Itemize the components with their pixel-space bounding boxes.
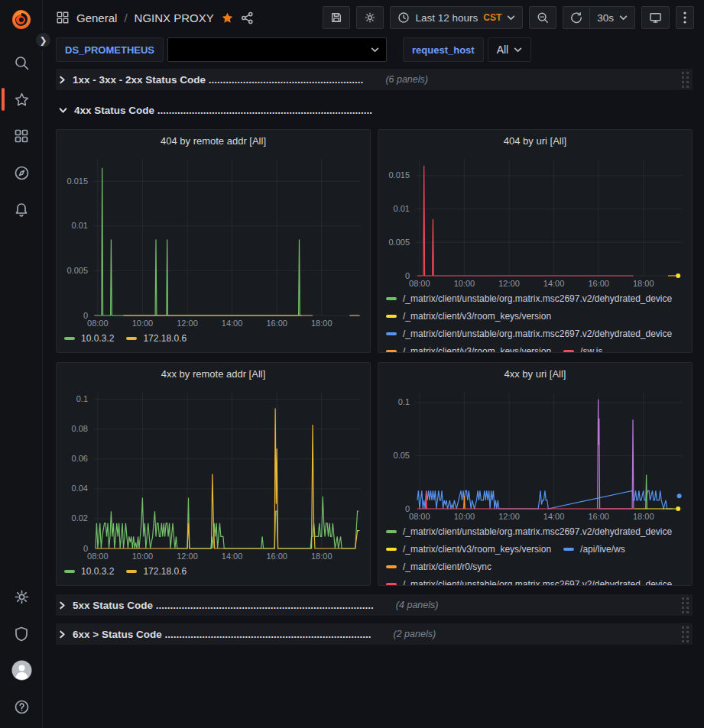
host-variable-value: All	[497, 44, 509, 56]
time-range-picker[interactable]: Last 12 hours CST	[390, 6, 523, 29]
legend-label: /api/live/ws	[580, 544, 625, 555]
save-dashboard-button[interactable]	[323, 6, 350, 29]
legend-label: 172.18.0.6	[143, 566, 187, 577]
legend-item[interactable]: /_matrix/client/unstable/org.matrix.msc2…	[386, 290, 672, 307]
chevron-right-icon	[59, 601, 66, 610]
legend-item[interactable]: 10.0.3.2	[64, 562, 114, 580]
svg-text:10:00: 10:00	[454, 512, 475, 521]
refresh-interval-dropdown[interactable]: 30s	[589, 6, 635, 29]
row-title: 6xx > Status Code ......................…	[73, 629, 371, 640]
share-icon[interactable]	[241, 11, 254, 24]
sidebar-item-search[interactable]	[0, 44, 43, 81]
legend-item[interactable]: /_matrix/client/v3/room_keys/version	[386, 540, 551, 558]
legend-swatch	[563, 548, 574, 551]
apps-grid-icon[interactable]	[56, 11, 70, 24]
sidebar-item-configuration[interactable]	[0, 578, 43, 615]
drag-handle-icon[interactable]	[681, 626, 690, 643]
legend-swatch	[386, 548, 397, 551]
chart-canvas[interactable]: 00.020.040.060.080.108:0010:0012:0014:00…	[58, 384, 367, 561]
svg-text:12:00: 12:00	[177, 319, 198, 328]
sidebar-item-explore[interactable]	[0, 154, 43, 191]
grafana-logo[interactable]	[10, 8, 33, 31]
legend-label: /_matrix/client/unstable/org.matrix.msc2…	[403, 526, 672, 537]
legend-item[interactable]: /api/live/ws	[563, 540, 625, 558]
row-1xx-3xx-2xx-status-code[interactable]: 1xx - 3xx - 2xx Status Code ............…	[56, 69, 693, 90]
svg-text:12:00: 12:00	[498, 512, 520, 521]
legend-label: 10.0.3.2	[81, 566, 114, 577]
legend-label: /_matrix/client/unstable/org.matrix.msc2…	[403, 579, 672, 586]
breadcrumb-separator: /	[124, 11, 127, 24]
panel-legend: 10.0.3.2172.18.0.6	[57, 561, 370, 580]
svg-text:14:00: 14:00	[222, 552, 243, 561]
sidebar-item-dashboards[interactable]	[0, 118, 43, 154]
chevron-down-icon	[514, 47, 522, 53]
sidebar-item-starred[interactable]	[0, 81, 43, 118]
chart-canvas[interactable]: 00.0050.010.01508:0010:0012:0014:0016:00…	[380, 151, 689, 289]
legend-item[interactable]: /sw.js	[563, 342, 602, 352]
legend-item[interactable]: /_matrix/client/v3/room_keys/version	[386, 307, 551, 325]
svg-text:0.015: 0.015	[388, 170, 410, 180]
panel-4xx-by-uri: 4xx by uri [All] 00.050.108:0010:0012:00…	[378, 362, 693, 586]
legend-label: /_matrix/client/v3/room_keys/version	[403, 311, 551, 322]
refresh-button[interactable]	[563, 6, 589, 29]
host-variable-dropdown[interactable]: All	[488, 37, 532, 62]
sidebar-item-profile[interactable]	[0, 652, 43, 688]
panel-title[interactable]: 4xx by uri [All]	[378, 363, 692, 384]
drag-handle-icon[interactable]	[681, 71, 690, 89]
legend-item[interactable]: 172.18.0.6	[126, 562, 187, 580]
legend-label: /_matrix/client/unstable/org.matrix.msc2…	[403, 293, 672, 304]
row-5xx-status-code[interactable]: 5xx Status Code ........................…	[56, 594, 693, 616]
chart-canvas[interactable]: 00.0050.010.01508:0010:0012:0014:0016:00…	[58, 151, 367, 328]
sidebar-item-server-admin[interactable]	[0, 615, 43, 652]
legend-item[interactable]: 10.0.3.2	[64, 329, 114, 347]
svg-text:08:00: 08:00	[87, 319, 109, 328]
row-title: 5xx Status Code ........................…	[73, 600, 374, 611]
row-title: 4xx Status Code ........................…	[74, 105, 372, 116]
row-panel-count: (4 panels)	[396, 600, 439, 610]
row-4xx-status-code[interactable]: 4xx Status Code ........................…	[56, 99, 693, 121]
refresh-icon	[570, 11, 582, 24]
zoom-out-button[interactable]	[529, 6, 556, 29]
apps-grid-icon	[14, 128, 29, 144]
legend-swatch	[386, 315, 397, 318]
legend-swatch	[126, 570, 137, 573]
legend-item[interactable]: 172.18.0.6	[126, 329, 187, 347]
sidebar-expand-toggle[interactable]: ❯	[34, 31, 53, 50]
legend-item[interactable]: /_matrix/client/unstable/org.matrix.msc2…	[386, 325, 672, 342]
svg-text:0.005: 0.005	[67, 266, 88, 275]
legend-swatch	[64, 337, 75, 340]
panel-grid: 404 by remote addr [All] 00.0050.010.015…	[56, 129, 693, 586]
legend-item[interactable]: /_matrix/client/r0/sync	[386, 558, 492, 575]
svg-text:08:00: 08:00	[409, 279, 430, 288]
legend-item[interactable]: /_matrix/client/unstable/org.matrix.msc2…	[386, 523, 672, 540]
tv-mode-button[interactable]	[641, 6, 670, 29]
dashboard-settings-button[interactable]	[356, 6, 384, 29]
legend-swatch	[386, 350, 397, 353]
legend-label: /_matrix/client/unstable/org.matrix.msc2…	[403, 328, 672, 339]
breadcrumb-dashboard-title[interactable]: NGINX PROXY	[135, 11, 214, 24]
sidebar-item-alerting[interactable]	[0, 191, 43, 228]
kebab-menu-button[interactable]	[676, 6, 694, 29]
panel-title[interactable]: 404 by remote addr [All]	[57, 130, 370, 151]
legend-item[interactable]: /_matrix/client/v3/room_keys/version	[386, 342, 551, 352]
chart-canvas[interactable]: 00.050.108:0010:0012:0014:0016:0018:00	[380, 384, 689, 522]
chevron-right-icon	[59, 76, 66, 84]
legend-label: /_matrix/client/v3/room_keys/version	[403, 544, 551, 555]
legend-label: /sw.js	[580, 346, 602, 353]
panel-title[interactable]: 4xx by remote addr [All]	[57, 363, 370, 384]
panel-title[interactable]: 404 by uri [All]	[378, 130, 692, 151]
sidebar-item-help[interactable]	[0, 688, 43, 725]
legend-item[interactable]: /_matrix/client/unstable/org.matrix.msc2…	[386, 575, 672, 585]
star-filled-icon[interactable]	[221, 11, 234, 24]
host-variable-label: request_host	[403, 37, 484, 62]
header-actions: Last 12 hours CST 30s	[323, 6, 694, 29]
svg-text:18:00: 18:00	[311, 319, 333, 328]
datasource-variable-dropdown[interactable]	[167, 37, 387, 62]
svg-text:14:00: 14:00	[222, 319, 243, 328]
drag-handle-icon[interactable]	[681, 597, 690, 614]
breadcrumb-folder[interactable]: General	[76, 11, 117, 24]
row-6xx-status-code[interactable]: 6xx > Status Code ......................…	[56, 623, 693, 645]
svg-text:0.005: 0.005	[388, 238, 410, 247]
svg-text:0.015: 0.015	[67, 176, 88, 186]
row-panel-count: (6 panels)	[385, 74, 428, 85]
